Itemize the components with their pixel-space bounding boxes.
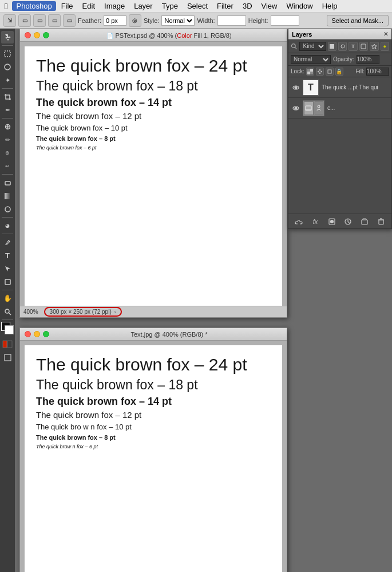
shape-tool[interactable] (1, 275, 14, 288)
move-tool[interactable] (1, 31, 14, 44)
dodge-tool[interactable]: ◕ (1, 219, 14, 232)
svg-rect-6 (5, 193, 11, 199)
height-label: Height: (248, 17, 268, 24)
options-rect-btn3[interactable]: ▭ (48, 14, 61, 27)
menu-edit[interactable]: Edit (78, 1, 99, 11)
eyedropper-tool[interactable]: ✒ (1, 104, 14, 116)
filter-pixel-icon[interactable] (328, 42, 336, 51)
filter-toggle-icon[interactable]: ● (381, 42, 389, 51)
eraser-tool[interactable] (1, 176, 14, 189)
spot-heal-tool[interactable] (1, 120, 14, 133)
toolbar-separator-6 (2, 234, 13, 234)
doc1-text-8pt: The quick brown fox – 8 pt (36, 135, 271, 143)
doc2-text-8pt: The quick brown fox – 8 pt (36, 434, 271, 441)
layers-close-icon[interactable]: ✕ (383, 31, 388, 37)
opacity-input[interactable] (357, 55, 379, 64)
options-icon-1[interactable]: ⇲ (3, 14, 16, 27)
layers-kind-select[interactable]: Kind (299, 42, 326, 51)
lock-position-icon[interactable] (316, 68, 324, 76)
new-group-icon[interactable] (359, 216, 370, 227)
screen-mode-btn[interactable] (1, 351, 14, 364)
clone-stamp-tool[interactable]: ⊛ (1, 147, 14, 159)
type-tool[interactable]: T (1, 249, 14, 262)
fx-icon[interactable]: fx (310, 216, 320, 227)
maximize-btn-2[interactable] (43, 331, 49, 337)
adjustment-layer-icon[interactable] (343, 216, 353, 227)
menu-image[interactable]: Image (100, 1, 129, 11)
menu-type[interactable]: Type (158, 1, 182, 11)
options-rect-btn4[interactable]: ▭ (63, 14, 76, 27)
doc2-canvas[interactable]: The quick brown fox – 24 pt The quick br… (25, 345, 282, 572)
doc1-info-arrow[interactable]: › (114, 309, 116, 315)
apple-menu[interactable]:  (5, 1, 7, 11)
options-rect-btn2[interactable]: ▭ (33, 14, 46, 27)
lock-checkerboard-icon[interactable] (306, 68, 314, 76)
lasso-tool[interactable] (1, 61, 14, 73)
svg-point-10 (5, 309, 9, 313)
menu-photoshop[interactable]: Photoshop (12, 1, 56, 11)
toolbar-separator-5 (2, 217, 13, 218)
svg-rect-24 (328, 70, 331, 73)
link-layers-icon[interactable] (294, 216, 304, 227)
minimize-btn-2[interactable] (34, 331, 40, 337)
lock-all-icon[interactable]: 🔒 (335, 68, 343, 76)
pen-tool[interactable] (1, 236, 14, 248)
color-swatches[interactable] (1, 322, 14, 334)
add-mask-icon[interactable] (327, 216, 337, 227)
layers-titlebar: Layers ✕ (288, 29, 391, 40)
history-brush-tool[interactable]: ↩ (1, 160, 14, 172)
menu-file[interactable]: File (57, 1, 77, 11)
svg-point-1 (5, 64, 10, 70)
layer-item-text[interactable]: T The quick ...pt The qui (288, 77, 391, 98)
path-select-tool[interactable] (1, 262, 14, 275)
svg-line-11 (9, 313, 11, 315)
menu-view[interactable]: View (258, 1, 282, 11)
quick-mask-btn[interactable] (1, 338, 14, 350)
blur-tool[interactable] (1, 203, 14, 215)
options-rect-btn[interactable]: ▭ (18, 14, 31, 27)
delete-layer-icon[interactable] (376, 216, 386, 227)
zoom-tool[interactable] (1, 305, 14, 318)
filter-adjust-icon[interactable] (338, 42, 347, 51)
minimize-btn-1[interactable] (34, 32, 40, 38)
menu-filter[interactable]: Filter (213, 1, 237, 11)
filter-type-icon[interactable]: T (349, 42, 357, 51)
layer-item-image[interactable]: c... (288, 98, 391, 119)
menu-3d[interactable]: 3D (239, 1, 256, 11)
filter-shape-icon[interactable] (359, 42, 368, 51)
doc2-title: Text.jpg @ 400% (RGB/8) * (56, 331, 282, 338)
doc2-text-14pt: The quick brown fox – 14 pt (36, 396, 271, 408)
layer-eye-text[interactable] (292, 84, 300, 92)
brush-tool[interactable]: ✏ (1, 133, 14, 146)
feather-input[interactable] (104, 15, 126, 26)
layer-thumb-image (303, 100, 324, 116)
height-input[interactable] (271, 15, 299, 26)
layer-eye-image[interactable] (292, 104, 300, 112)
menu-help[interactable]: Help (318, 1, 342, 11)
lock-artboard-icon[interactable] (326, 68, 334, 76)
background-color[interactable] (5, 325, 14, 334)
close-btn-2[interactable] (25, 331, 31, 337)
doc1-info[interactable]: 300 px × 250 px (72 ppi) › (44, 307, 122, 317)
rect-select-tool[interactable] (1, 48, 14, 60)
gradient-tool[interactable] (1, 190, 14, 202)
width-input[interactable] (217, 15, 246, 26)
doc2-text-area: The quick brown fox – 24 pt The quick br… (25, 345, 282, 459)
doc1-canvas[interactable]: The quick brown fox – 24 pt The quick br… (25, 46, 282, 306)
svg-rect-19 (361, 44, 366, 49)
magic-wand-tool[interactable]: ✦ (1, 74, 14, 86)
menu-select[interactable]: Select (183, 1, 212, 11)
crop-tool[interactable] (1, 90, 14, 103)
menu-layer[interactable]: Layer (130, 1, 157, 11)
anti-alias-btn[interactable]: ◎ (129, 14, 141, 27)
fill-input[interactable] (366, 68, 389, 76)
select-mask-button[interactable]: Select and Mask... (327, 15, 389, 26)
filter-smart-icon[interactable] (370, 42, 378, 51)
blend-mode-select[interactable]: Normal (291, 55, 331, 64)
close-btn-1[interactable] (25, 32, 31, 38)
hand-tool[interactable]: ✋ (1, 292, 14, 305)
maximize-btn-1[interactable] (43, 32, 49, 38)
style-select[interactable]: Normal (161, 15, 195, 26)
search-icon (291, 43, 298, 50)
menu-window[interactable]: Window (282, 1, 316, 11)
